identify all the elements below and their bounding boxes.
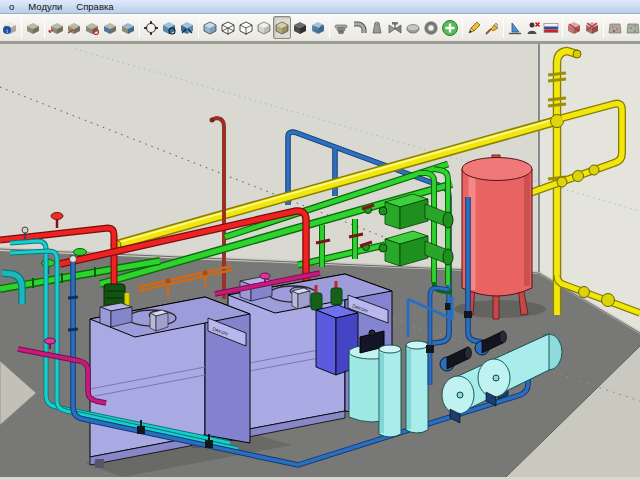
zoom-blue-b-icon <box>179 20 195 36</box>
fitting-cap-icon <box>405 20 421 36</box>
toolbar-button-fitting-flange[interactable] <box>332 16 350 39</box>
boiler-1-burner <box>100 303 132 327</box>
app-window: о Модули Справка i <box>0 0 640 480</box>
toolbar: i <box>0 14 640 44</box>
toolbar-separator <box>603 18 604 38</box>
zoom-blue-a-icon <box>161 20 177 36</box>
filter-cylinder-1[interactable] <box>379 345 401 437</box>
toolbar-button-fitting-valve[interactable] <box>386 16 404 39</box>
brush-icon <box>484 20 500 36</box>
toolbar-separator <box>198 18 199 38</box>
fitting-valve-icon <box>387 20 403 36</box>
toolbar-button-material-red-a[interactable] <box>565 16 583 39</box>
toolbar-separator <box>562 18 563 38</box>
toolbar-button-component-1[interactable] <box>24 16 42 39</box>
fitting-elbow-icon <box>351 20 367 36</box>
toolbar-button-style-xray[interactable] <box>201 16 219 39</box>
toolbar-button-brush-tool[interactable] <box>483 16 501 39</box>
toolbar-button-style-textured[interactable] <box>309 16 327 39</box>
filter-cylinder-2[interactable] <box>406 341 428 433</box>
expansion-tank-red[interactable] <box>462 155 532 319</box>
toolbar-button-model-info[interactable]: i <box>1 16 19 39</box>
toolbar-button-style-shaded[interactable] <box>273 16 291 39</box>
toolbar-separator <box>462 18 463 38</box>
menu-item-partial[interactable]: о <box>2 1 21 12</box>
toolbar-button-person-delete[interactable] <box>524 16 542 39</box>
sail-icon <box>507 20 523 36</box>
toolbar-button-style-shaded-white[interactable] <box>255 16 273 39</box>
model-info-icon: i <box>2 20 18 36</box>
component-copy-icon <box>48 20 64 36</box>
toolbar-button-fitting-reducer[interactable] <box>368 16 386 39</box>
style-shaded-white-icon <box>256 20 272 36</box>
style-monochrome-icon <box>292 20 308 36</box>
menu-item-modules[interactable]: Модули <box>21 1 69 12</box>
toolbar-button-material-stone-a[interactable] <box>606 16 624 39</box>
toolbar-button-fitting-cap[interactable] <box>404 16 422 39</box>
component-icon <box>25 20 41 36</box>
toolbar-separator <box>503 18 504 38</box>
component-move-icon <box>66 20 82 36</box>
material-stone-b-icon <box>625 20 640 36</box>
toolbar-separator <box>139 18 140 38</box>
style-xray-icon <box>202 20 218 36</box>
toolbar-button-language-russian[interactable] <box>542 16 560 39</box>
material-stone-a-icon <box>607 20 623 36</box>
toolbar-button-pencil-tool[interactable] <box>465 16 483 39</box>
toolbar-separator <box>44 18 45 38</box>
model-scene[interactable]: DAKON <box>0 44 640 477</box>
toolbar-button-component-copy[interactable] <box>47 16 65 39</box>
toolbar-button-component-blue-a[interactable] <box>101 16 119 39</box>
menu-item-help[interactable]: Справка <box>69 1 120 12</box>
material-red-b-icon <box>584 20 600 36</box>
toolbar-button-zoom-blue-b[interactable] <box>178 16 196 39</box>
fitting-ring-icon <box>423 20 439 36</box>
toolbar-button-material-stone-b[interactable] <box>624 16 640 39</box>
toolbar-button-component-blue-b[interactable] <box>119 16 137 39</box>
toolbar-separator <box>329 18 330 38</box>
toolbar-separator <box>21 18 22 38</box>
toolbar-button-orbit[interactable] <box>142 16 160 39</box>
add-plus-icon <box>441 19 459 37</box>
pencil-icon <box>466 20 482 36</box>
component-blue-a-icon <box>102 20 118 36</box>
toolbar-button-fitting-elbow[interactable] <box>350 16 368 39</box>
toolbar-button-zoom-blue-a[interactable] <box>160 16 178 39</box>
style-textured-icon <box>310 20 326 36</box>
toolbar-button-component-move[interactable] <box>65 16 83 39</box>
toolbar-button-component-swap[interactable] <box>83 16 101 39</box>
toolbar-button-style-hiddenline[interactable] <box>237 16 255 39</box>
component-blue-b-icon <box>120 20 136 36</box>
3d-viewport[interactable]: DAKON <box>0 44 640 477</box>
component-swap-icon <box>84 20 100 36</box>
toolbar-button-style-wireframe[interactable] <box>219 16 237 39</box>
person-delete-icon <box>525 20 541 36</box>
toolbar-button-material-red-b[interactable] <box>583 16 601 39</box>
toolbar-button-add-item[interactable] <box>440 16 460 39</box>
style-wireframe-icon <box>220 20 236 36</box>
material-red-a-icon <box>566 20 582 36</box>
menubar: о Модули Справка <box>0 0 640 14</box>
toolbar-button-sail-tool[interactable] <box>506 16 524 39</box>
toolbar-button-fitting-ring[interactable] <box>422 16 440 39</box>
boiler-1-top-box <box>150 310 168 331</box>
russian-flag-icon <box>543 20 559 36</box>
fitting-flange-icon <box>333 20 349 36</box>
boiler-2-top-box <box>292 288 310 309</box>
orbit-icon <box>143 20 159 36</box>
toolbar-button-style-monochrome[interactable] <box>291 16 309 39</box>
style-shaded-icon <box>274 20 290 36</box>
style-hiddenline-icon <box>238 20 254 36</box>
fitting-reducer-icon <box>369 20 385 36</box>
